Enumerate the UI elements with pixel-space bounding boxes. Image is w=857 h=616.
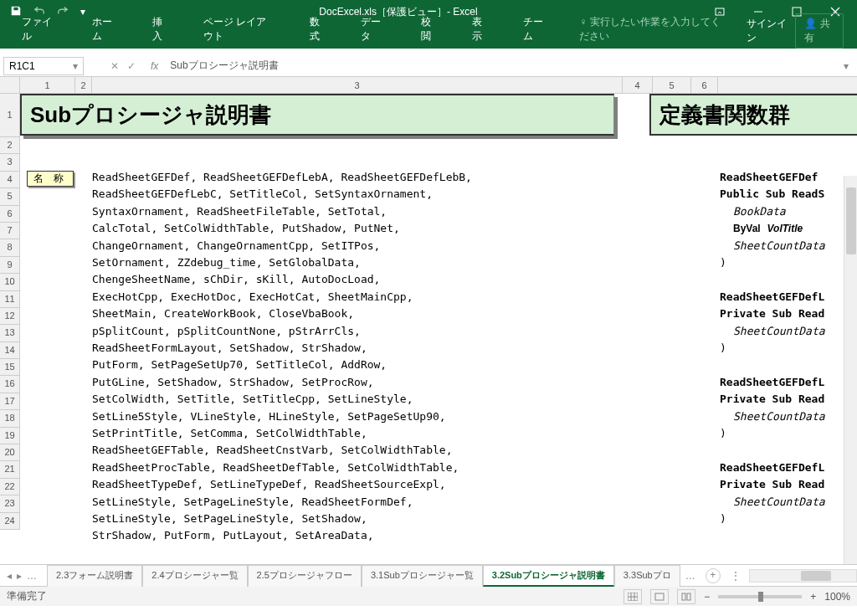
cell-text[interactable]: ) (720, 512, 726, 525)
cell-text[interactable]: ChangeOrnament, ChangeOrnamentCpp, SetIT… (92, 239, 380, 252)
tab-home[interactable]: ホーム (79, 10, 132, 49)
name-box[interactable]: R1C1▾ (3, 57, 84, 75)
sheet-tab[interactable]: 3.3Subプロ (614, 565, 680, 587)
undo-icon[interactable] (33, 5, 45, 19)
cell-text[interactable]: Private Sub Read (720, 478, 824, 490)
cell-text[interactable]: SetLine5Style, VLineStyle, HLineStyle, S… (92, 410, 446, 423)
row-header[interactable]: 20 (0, 444, 20, 461)
row-header[interactable]: 7 (0, 223, 20, 239)
col-header[interactable]: 2 (75, 77, 92, 94)
row-header[interactable]: 3 (0, 154, 20, 171)
col-header[interactable]: 4 (623, 77, 653, 94)
row-header[interactable]: 23 (0, 495, 20, 512)
cell-text[interactable]: SyntaxOrnament, ReadSheetFileTable, SetT… (92, 205, 387, 218)
cancel-formula-icon[interactable]: ✕ (110, 60, 119, 72)
tab-team[interactable]: チーム (510, 10, 563, 49)
cell-text[interactable]: ReadSheetGEFDef, ReadSheetGEFDefLebA, Re… (92, 171, 472, 183)
redo-icon[interactable] (57, 5, 69, 19)
vertical-scrollbar[interactable] (844, 176, 857, 564)
cell-text[interactable]: SetPrintTitle, SetComma, SetColWidthTabl… (92, 427, 367, 439)
signin-link[interactable]: サインイン (747, 17, 789, 45)
cell-text[interactable]: SheetCountData (720, 239, 825, 252)
cell-text[interactable]: SetLineStyle, SetPageLineStyle, ReadShee… (92, 495, 413, 508)
row-header[interactable]: 4 (0, 172, 20, 188)
sheet-tab[interactable]: 2.5プロシージャフロー (248, 565, 362, 587)
row-header[interactable]: 12 (0, 308, 20, 325)
cell-text[interactable]: ReadSheetFormLayout, SetShadow, StrShado… (92, 341, 367, 354)
title-cell-right[interactable]: 定義書関数群 (649, 94, 857, 136)
tab-insert[interactable]: 挿入 (139, 10, 183, 49)
tab-review[interactable]: 校閲 (408, 10, 452, 49)
cell-text[interactable]: ) (720, 341, 726, 354)
tab-pagelayout[interactable]: ページ レイアウト (190, 10, 290, 49)
add-sheet-button[interactable]: + (706, 568, 721, 583)
cell-text[interactable]: ReadSheetProcTable, ReadSheetDefTable, S… (92, 461, 459, 474)
view-pagebreak-icon[interactable] (677, 589, 695, 604)
row-header[interactable]: 17 (0, 393, 20, 410)
col-header[interactable]: 3 (92, 77, 623, 94)
cell-text[interactable]: ) (720, 256, 726, 269)
cell-text[interactable]: ChengeSheetName, sChDir, sKill, AutoDocL… (92, 273, 380, 285)
cell-text[interactable]: ) (720, 427, 726, 439)
col-header[interactable]: 5 (653, 77, 691, 94)
cell-text[interactable]: StrShadow, PutForm, PutLayout, SetAreaDa… (92, 529, 374, 542)
row-header[interactable]: 15 (0, 359, 20, 376)
cell-text[interactable]: Private Sub Read (720, 307, 824, 320)
row-header[interactable]: 21 (0, 461, 20, 478)
cell-text[interactable]: SetLineStyle, SetPageLineStyle, SetShado… (92, 512, 367, 525)
row-header[interactable]: 5 (0, 188, 20, 205)
sheet-tab[interactable]: 2.3フォーム説明書 (47, 565, 142, 587)
sheet-tab[interactable]: 3.2Subプロシージャ説明書 (483, 565, 614, 587)
sheet-tab[interactable]: 3.1Subプロシージャー覧 (362, 565, 483, 587)
meisho-label[interactable]: 名 称 (27, 171, 74, 187)
enter-formula-icon[interactable]: ✓ (127, 60, 136, 72)
select-all-corner[interactable] (0, 77, 20, 94)
row-header[interactable]: 2 (0, 137, 20, 154)
tab-nav-more[interactable]: … (27, 570, 37, 582)
row-header[interactable]: 11 (0, 291, 20, 308)
row-header[interactable]: 6 (0, 206, 20, 223)
share-button[interactable]: 👤 共有 (795, 13, 844, 49)
cell-text[interactable]: ReadSheetTypeDef, SetLineTypeDef, ReadSh… (92, 478, 446, 490)
formula-expand-icon[interactable]: ▾ (835, 60, 857, 72)
zoom-in-button[interactable]: + (810, 591, 816, 603)
cell-text[interactable]: ReadSheetGEFDefLebC, SetTitleCol, SetSyn… (92, 187, 433, 200)
tab-split-icon[interactable]: ⋮ (731, 570, 741, 582)
cell-text[interactable]: ReadSheetGEFDefL (720, 290, 824, 303)
row-header[interactable]: 19 (0, 428, 20, 444)
sheet-tab[interactable]: 2.4プロシージャー覧 (142, 565, 247, 587)
tab-data[interactable]: データ (347, 10, 401, 49)
row-header[interactable]: 18 (0, 410, 20, 427)
cell-text[interactable]: SheetMain, CreateWorkBook, CloseVbaBook, (92, 307, 354, 320)
cell-text[interactable]: CalcTotal, SetColWidthTable, PutShadow, … (92, 222, 400, 234)
cell-text[interactable]: SetOrnament, ZZdebug_time, SetGlobalData… (92, 256, 361, 269)
col-header[interactable]: 6 (691, 77, 718, 94)
cell-text[interactable]: ReadSheetGEFDefL (720, 461, 824, 474)
cell-text[interactable]: ReadSheetGEFDef (720, 171, 818, 183)
cell-text[interactable]: pSplitCount, pSplitCountNone, pStrArrCls… (92, 325, 361, 337)
title-cell-left[interactable]: Subプロシージャ説明書 (20, 94, 614, 136)
zoom-level[interactable]: 100% (824, 591, 850, 603)
zoom-slider[interactable] (718, 595, 802, 598)
cell-text[interactable]: SetColWidth, SetTitle, SetTitleCpp, SetL… (92, 393, 413, 405)
cell-text[interactable]: PutForm, SetPageSetUp70, SetTitleCol, Ad… (92, 358, 387, 371)
cell-text[interactable]: ReadSheetGEFDefL (720, 376, 824, 388)
col-header[interactable]: 1 (20, 77, 75, 94)
formula-bar[interactable]: Subプロシージャ説明書 (165, 59, 835, 73)
cell-text[interactable]: SheetCountData (720, 495, 825, 508)
tab-formulas[interactable]: 数式 (296, 10, 341, 49)
cell-text[interactable]: BookData (720, 205, 786, 218)
fx-icon[interactable]: fx (144, 60, 165, 72)
cell-text[interactable]: Private Sub Read (720, 393, 824, 405)
cell-text[interactable]: SheetCountData (720, 410, 825, 423)
row-header[interactable]: 24 (0, 513, 20, 530)
tab-nav-first[interactable]: ◂ (7, 570, 12, 582)
row-header[interactable]: 16 (0, 376, 20, 393)
horizontal-scrollbar[interactable] (749, 569, 857, 583)
row-header[interactable]: 1 (0, 94, 20, 137)
zoom-out-button[interactable]: − (704, 591, 710, 603)
chevron-down-icon[interactable]: ▾ (73, 60, 78, 72)
cell-text[interactable]: ExecHotCpp, ExecHotDoc, ExecHotCat, Shee… (92, 290, 413, 303)
row-header[interactable]: 9 (0, 257, 20, 274)
view-normal-icon[interactable] (624, 589, 642, 604)
